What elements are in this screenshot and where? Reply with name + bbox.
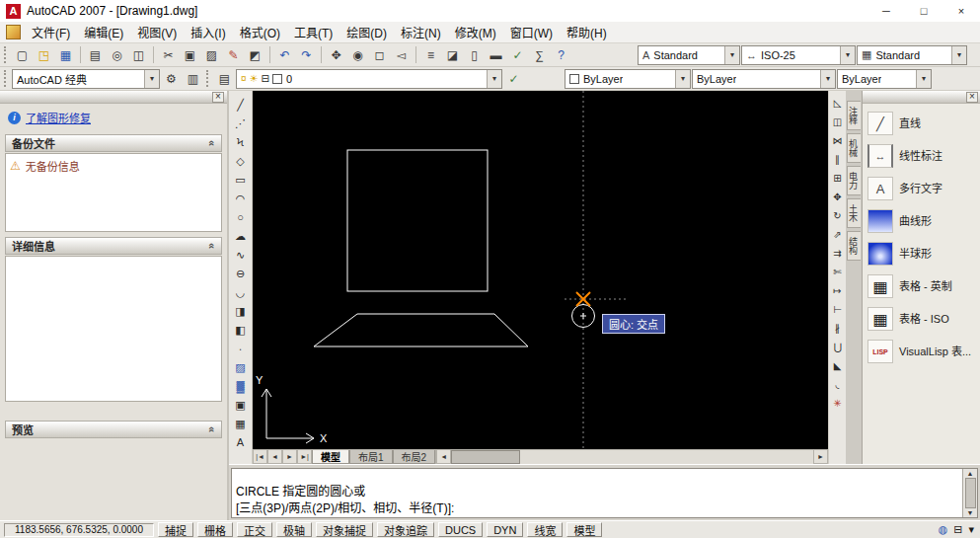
next-tab-icon[interactable]: ► (282, 450, 297, 464)
palette-tab-electrical[interactable]: 电力 (847, 166, 861, 195)
join-icon[interactable]: ⋃ (830, 339, 846, 355)
dyn-toggle[interactable]: DYN (487, 522, 523, 537)
grid-toggle[interactable]: 栅格 (197, 522, 233, 537)
match-properties-icon[interactable]: ✎ (223, 45, 244, 65)
chevron-up-icon[interactable]: « (206, 426, 218, 432)
palette-item-mtext[interactable]: A 多行文字 (867, 177, 975, 200)
rotate-icon[interactable]: ↻ (830, 207, 846, 224)
gradient-icon[interactable]: ▓ (231, 377, 251, 395)
snap-toggle[interactable]: 捕捉 (158, 522, 193, 537)
revision-cloud-icon[interactable]: ☁ (231, 227, 251, 245)
table-icon[interactable]: ▦ (231, 415, 251, 432)
color-select[interactable]: ByLayer ▾ (565, 69, 691, 89)
spline-icon[interactable]: ∿ (231, 246, 251, 264)
linetype-select[interactable]: ByLayer ▾ (692, 69, 836, 89)
toolbar-grip[interactable] (4, 46, 7, 63)
undo-icon[interactable]: ↶ (274, 45, 295, 65)
line-icon[interactable]: ╱ (231, 96, 251, 114)
palette-item-table-imperial[interactable]: ▦ 表格 - 英制 (867, 274, 975, 298)
construction-line-icon[interactable]: ⋰ (231, 115, 251, 132)
markup-set-manager-icon[interactable]: ✓ (507, 45, 528, 65)
make-layer-current-icon[interactable]: ✓ (503, 69, 524, 89)
minimize-button[interactable]: ─ (867, 0, 905, 22)
hatch-icon[interactable]: ▨ (231, 358, 251, 376)
dim-style-select[interactable]: ↔ ISO-25 ▾ (741, 45, 856, 65)
palette-item-linear-gradient[interactable]: 曲线形 (867, 209, 975, 233)
sheet-set-manager-icon[interactable]: ▬ (486, 45, 506, 65)
scale-icon[interactable]: ⇗ (830, 226, 846, 243)
save-icon[interactable]: ▦ (55, 45, 76, 65)
recovery-help-link[interactable]: 了解图形修复 (26, 110, 91, 125)
region-icon[interactable]: ▣ (231, 396, 251, 414)
tray-expand-icon[interactable]: ▾ (968, 523, 974, 536)
menu-dimension[interactable]: 标注(N) (394, 21, 448, 43)
explode-icon[interactable]: ✳ (830, 395, 846, 412)
text-style-select[interactable]: A Standard ▾ (638, 45, 740, 65)
point-icon[interactable]: ∙ (231, 340, 251, 357)
insert-block-icon[interactable]: ◨ (231, 302, 251, 320)
menu-window[interactable]: 窗口(W) (503, 21, 560, 43)
break-icon[interactable]: ∦ (830, 320, 846, 337)
redo-icon[interactable]: ↷ (296, 45, 317, 65)
plot-preview-icon[interactable]: ◎ (107, 45, 127, 65)
layer-properties-manager-icon[interactable]: ▤ (214, 69, 235, 89)
chevron-up-icon[interactable]: « (206, 140, 218, 146)
plot-icon[interactable]: ▤ (85, 45, 106, 65)
polyline-icon[interactable]: Ϟ (231, 133, 251, 151)
scrollbar-thumb[interactable] (965, 478, 976, 508)
help-icon[interactable]: ? (551, 45, 571, 65)
palette-close-icon[interactable]: × (966, 92, 978, 103)
menu-help[interactable]: 帮助(H) (560, 21, 614, 43)
palette-item-hemisphere-gradient[interactable]: 半球形 (867, 242, 975, 266)
pan-icon[interactable]: ✥ (326, 45, 346, 65)
fillet-icon[interactable]: ◟ (830, 376, 846, 393)
palette-item-visuallisp[interactable]: LISP VisualLisp 表... (867, 340, 975, 363)
panel-close-icon[interactable]: × (212, 92, 224, 103)
tab-layout1[interactable]: 布局1 (349, 450, 393, 464)
scroll-left-icon[interactable]: ◄ (436, 450, 451, 464)
layer-select[interactable]: ¤ ☀ ⊟ 0 ▾ (236, 69, 502, 89)
designcenter-icon[interactable]: ◪ (442, 45, 463, 65)
first-tab-icon[interactable]: |◄ (253, 450, 267, 464)
menu-file[interactable]: 文件(F) (25, 21, 77, 43)
trim-icon[interactable]: ✄ (830, 264, 846, 280)
palette-tab-annotation[interactable]: 注释 (847, 101, 861, 130)
scroll-right-icon[interactable]: ► (813, 450, 828, 464)
polygon-icon[interactable]: ◇ (231, 152, 251, 170)
zoom-window-icon[interactable]: ◻ (369, 45, 390, 65)
palette-tab-civil[interactable]: 土木 (847, 198, 861, 228)
menu-format[interactable]: 格式(O) (233, 21, 287, 43)
stretch-icon[interactable]: ⇉ (830, 245, 846, 262)
ellipse-icon[interactable]: ⊖ (231, 265, 251, 282)
lineweight-select[interactable]: ByLayer ▾ (837, 69, 932, 89)
lineweight-toggle[interactable]: 线宽 (527, 522, 563, 537)
layer-on-bulb-icon[interactable]: ¤ (241, 73, 247, 84)
zoom-previous-icon[interactable]: ◅ (391, 45, 412, 65)
make-block-icon[interactable]: ◧ (231, 321, 251, 339)
horizontal-scrollbar[interactable]: ◄ ► (435, 450, 828, 464)
toolbar-grip[interactable] (206, 70, 209, 87)
menu-view[interactable]: 视图(V) (130, 21, 184, 43)
mirror-icon[interactable]: ⋈ (830, 132, 846, 149)
command-scrollbar[interactable]: ▲ ▼ (962, 469, 977, 517)
palette-item-table-iso[interactable]: ▦ 表格 - ISO (867, 307, 975, 331)
tool-palettes-icon[interactable]: ▯ (464, 45, 485, 65)
polar-toggle[interactable]: 极轴 (276, 522, 312, 537)
tab-model[interactable]: 模型 (312, 450, 349, 464)
copy-object-icon[interactable]: ◫ (830, 114, 846, 130)
save-workspace-icon[interactable]: ▥ (183, 69, 203, 89)
ellipse-arc-icon[interactable]: ◡ (231, 283, 251, 301)
palette-tab-mechanical[interactable]: 机械 (847, 133, 861, 163)
scrollbar-track[interactable] (520, 450, 813, 464)
chevron-down-icon[interactable]: ▾ (487, 70, 501, 88)
backup-files-header[interactable]: 备份文件 « (5, 134, 222, 152)
details-header[interactable]: 详细信息 « (5, 237, 222, 255)
copy-icon[interactable]: ▣ (180, 45, 200, 65)
chevron-up-icon[interactable]: « (206, 243, 218, 249)
menu-insert[interactable]: 插入(I) (184, 21, 232, 43)
menu-draw[interactable]: 绘图(D) (339, 21, 394, 43)
layer-lock-icon[interactable]: ⊟ (262, 73, 269, 84)
palette-item-line[interactable]: ╱ 直线 (867, 112, 975, 135)
chamfer-icon[interactable]: ◣ (830, 357, 846, 374)
chevron-down-icon[interactable]: ▾ (820, 70, 835, 88)
